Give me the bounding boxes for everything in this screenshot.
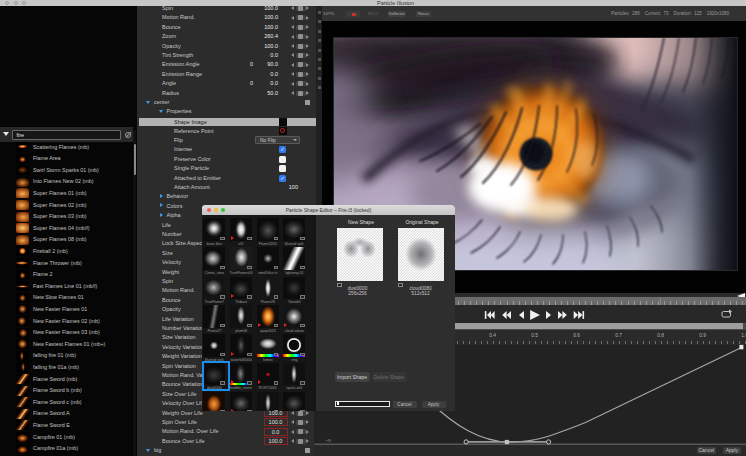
svg-text:-∞: -∞: [325, 436, 331, 442]
